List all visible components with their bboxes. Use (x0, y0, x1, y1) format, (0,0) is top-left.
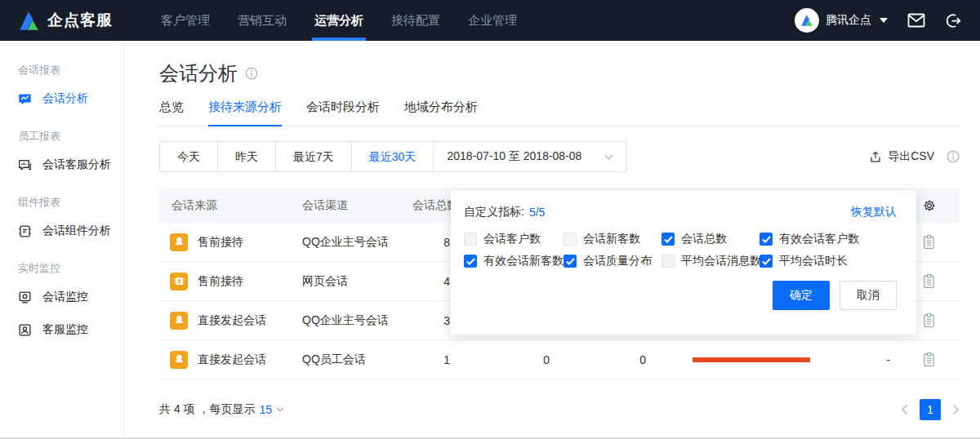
date-range-value: 2018-07-10 至 2018-08-08 (447, 149, 581, 164)
tab-overview[interactable]: 总览 (159, 100, 184, 126)
date-range-picker[interactable]: 2018-07-10 至 2018-08-08 (433, 142, 626, 171)
custom-metrics-popup: 自定义指标: 5/5 恢复默认 会话客户数 会话新客数 会话总数 有效会话客户数 (451, 190, 916, 335)
account-menu[interactable]: 腾讯企点 (795, 8, 888, 33)
metric-options: 会话客户数 会话新客数 会话总数 有效会话客户数 有效会话新客数 (464, 232, 897, 268)
info-icon[interactable] (947, 150, 960, 163)
metric-option[interactable]: 平均会话消息数 (662, 254, 760, 268)
brand: 企点客服 (18, 10, 140, 32)
source-cell: 售前接待 (198, 274, 243, 289)
checkbox-checked[interactable] (564, 255, 577, 268)
total-count-text: 共 4 项 ，每页显示 (159, 402, 255, 417)
navbar-right: 腾讯企点 (795, 8, 962, 33)
filter-bar: 今天 昨天 最近7天 最近30天 2018-07-10 至 2018-08-08… (159, 141, 960, 172)
top-navbar: 企点客服 客户管理 营销互动 运营分析 接待配置 企业管理 腾讯企点 (0, 0, 980, 41)
checkbox-unchecked[interactable] (564, 233, 577, 246)
metric-option[interactable]: 会话总数 (662, 232, 760, 246)
table-footer: 共 4 项 ，每页显示 15 1 (159, 399, 960, 420)
checkbox-checked[interactable] (464, 255, 477, 268)
page-title: 会话分析 (159, 60, 238, 86)
tab-region[interactable]: 地域分布分析 (404, 100, 478, 126)
metric-option[interactable]: 会话质量分布 (564, 254, 662, 268)
filter-7days-button[interactable]: 最近7天 (275, 142, 351, 171)
component-icon (17, 224, 33, 239)
metric-option[interactable]: 平均会话时长 (760, 254, 897, 268)
logout-icon[interactable] (945, 12, 962, 29)
checkbox-checked[interactable] (760, 255, 773, 268)
checkbox-unchecked[interactable] (464, 233, 477, 246)
nav-item-enterprise[interactable]: 企业管理 (454, 0, 531, 41)
qidian-logo-icon (18, 10, 40, 32)
sidebar-item-label: 客服监控 (42, 322, 88, 337)
sidebar: 会话报表 会话分析 员工报表 会话客服分析 组件报表 (0, 41, 124, 439)
chat-agent-icon (17, 157, 33, 173)
sidebar-section-component-report: 组件报表 (0, 181, 123, 215)
nav-menu: 客户管理 营销互动 运营分析 接待配置 企业管理 (147, 0, 531, 41)
metric-option[interactable]: 有效会话新客数 (464, 254, 564, 268)
sidebar-item-label: 会话监控 (42, 290, 88, 304)
quality-distribution-bar (693, 357, 810, 362)
nav-item-customer[interactable]: 客户管理 (147, 0, 224, 41)
analysis-tabs: 总览 接待来源分析 会话时段分析 地域分布分析 (159, 100, 960, 126)
session-monitor-icon (17, 290, 33, 305)
pagination: 1 (901, 399, 960, 420)
sidebar-item-session-monitor[interactable]: 会话监控 (0, 281, 123, 313)
export-icon (869, 150, 882, 164)
filter-today-button[interactable]: 今天 (160, 142, 217, 171)
source-cell: 直接发起会话 (198, 313, 266, 328)
nav-item-reception[interactable]: 接待配置 (377, 0, 454, 41)
filter-30days-button[interactable]: 最近30天 (351, 142, 434, 171)
page-size-value[interactable]: 15 (259, 403, 272, 416)
sidebar-item-label: 会话客服分析 (42, 157, 111, 172)
avatar (795, 8, 819, 33)
channel-cell: QQ员工会话 (302, 353, 412, 367)
sidebar-section-session-report: 会话报表 (0, 49, 123, 82)
popup-title: 自定义指标: (464, 205, 524, 220)
mail-icon[interactable] (907, 13, 925, 28)
total-cell: 1 (412, 353, 461, 366)
tab-reception-source[interactable]: 接待来源分析 (208, 100, 282, 126)
column-header-channel: 会话渠道 (302, 198, 412, 213)
chevron-down-icon[interactable] (276, 407, 284, 412)
sidebar-item-label: 会话组件分析 (42, 224, 111, 238)
duration-cell: - (821, 353, 898, 366)
nav-item-analytics[interactable]: 运营分析 (301, 0, 377, 41)
agent-monitor-icon (17, 322, 33, 338)
confirm-button[interactable]: 确定 (773, 281, 830, 310)
column-header-source: 会话来源 (159, 198, 302, 213)
chevron-down-icon (604, 154, 613, 160)
qq-channel-icon (170, 351, 188, 369)
sidebar-item-label: 会话分析 (42, 91, 88, 106)
prev-page-icon[interactable] (901, 404, 908, 415)
table-row[interactable]: 直接发起会话 QQ员工会话 1 0 0 - (159, 340, 960, 379)
sidebar-item-session-analysis[interactable]: 会话分析 (0, 82, 123, 115)
sidebar-item-component-analysis[interactable]: 会话组件分析 (0, 215, 123, 247)
sidebar-item-agent-analysis[interactable]: 会话客服分析 (0, 149, 123, 181)
metric-option[interactable]: 会话客户数 (464, 232, 564, 246)
tab-session-period[interactable]: 会话时段分析 (306, 100, 380, 126)
nav-item-marketing[interactable]: 营销互动 (224, 0, 301, 41)
cancel-button[interactable]: 取消 (840, 281, 897, 310)
filter-yesterday-button[interactable]: 昨天 (217, 142, 275, 171)
clipboard-icon[interactable] (898, 352, 960, 367)
sidebar-item-agent-monitor[interactable]: 客服监控 (0, 313, 123, 346)
account-name: 腾讯企点 (826, 13, 871, 28)
export-label: 导出CSV (888, 149, 934, 164)
source-cell: 售前接待 (198, 235, 243, 250)
checkbox-unchecked[interactable] (662, 255, 675, 268)
checkbox-checked[interactable] (760, 233, 773, 246)
checkbox-checked[interactable] (662, 233, 675, 246)
channel-cell: QQ企业主号会话 (302, 235, 412, 250)
metric-option[interactable]: 有效会话客户数 (760, 232, 897, 246)
next-page-icon[interactable] (952, 404, 960, 415)
sidebar-section-staff-report: 员工报表 (0, 115, 123, 149)
info-icon[interactable] (245, 67, 258, 80)
export-csv-button[interactable]: 导出CSV (869, 149, 960, 164)
source-cell: 直接发起会话 (198, 353, 266, 367)
sidebar-section-realtime-monitor: 实时监控 (0, 247, 123, 281)
popup-count: 5/5 (529, 206, 545, 219)
restore-default-link[interactable]: 恢复默认 (851, 205, 897, 220)
metric-option[interactable]: 会话新客数 (564, 232, 662, 246)
qq-channel-icon (170, 312, 188, 330)
web-channel-icon (170, 273, 188, 290)
page-number[interactable]: 1 (920, 399, 941, 420)
